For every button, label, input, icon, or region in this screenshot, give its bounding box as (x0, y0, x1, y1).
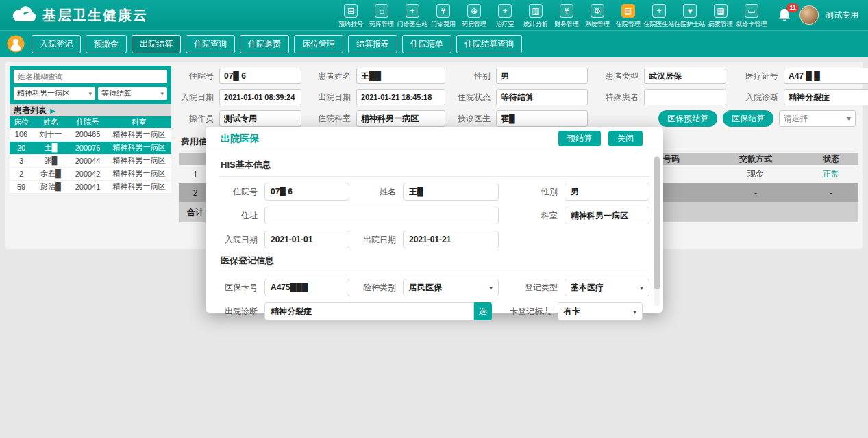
admit-date-input[interactable] (219, 89, 301, 105)
chevron-down-icon: ▾ (160, 90, 164, 97)
nav-item-finance-management[interactable]: ¥财务管理 (551, 2, 582, 29)
special-patient-input[interactable] (644, 89, 726, 105)
insurance-type-select[interactable]: 居民医保 ▾ (403, 279, 499, 296)
nav-item-outpatient-doctor-station[interactable]: +门诊医生站 (397, 2, 427, 29)
doctor-label: 接诊医生 (452, 113, 491, 125)
modal-admission-no-input[interactable] (264, 183, 349, 201)
modal-scrollbar[interactable] (654, 155, 660, 306)
tab-inpatient-settlement-query[interactable]: 住院结算查询 (456, 35, 522, 53)
tab-bed-management[interactable]: 床位管理 (294, 35, 343, 53)
nav-item-visit-card-management[interactable]: ▭就诊卡管理 (736, 2, 767, 29)
operator-input[interactable] (219, 110, 301, 127)
ward-filter-value: 精神科男一病区 (17, 88, 70, 99)
nav-item-label: 系统管理 (585, 20, 610, 29)
patient-name-search-input[interactable] (14, 70, 167, 83)
doctor-input[interactable] (496, 110, 588, 127)
gender-input[interactable] (496, 68, 588, 84)
modal-dept-input[interactable] (565, 207, 649, 224)
tab-inpatient-query[interactable]: 住院查询 (186, 35, 235, 53)
scrollbar-thumb[interactable] (654, 157, 660, 289)
col-status: 状态 (804, 153, 858, 165)
nav-item-appointment-registration[interactable]: ⊞预约挂号 (336, 2, 366, 29)
modal-gender-input[interactable] (565, 183, 649, 201)
nav-item-medical-records[interactable]: ▦病案管理 (706, 2, 736, 29)
pharmacy-management-icon: ⊕ (467, 4, 481, 18)
modal-row-1: 住院号 姓名 性别 (219, 183, 649, 201)
nav-item-treatment-room[interactable]: +治疗室 (490, 2, 520, 29)
modal-discharge-date-input[interactable] (403, 231, 499, 248)
nav-item-inpatient-nurse-station[interactable]: ♥住院护士站 (675, 2, 705, 29)
patient-row[interactable]: 20王█200076精神科男一病区 (10, 141, 171, 154)
nav-item-system-management[interactable]: ⚙系统管理 (582, 2, 612, 29)
outpatient-fees-icon: ¥ (436, 4, 450, 18)
insurance-settle-button[interactable]: 医保结算 (723, 110, 773, 127)
main-navigation: ⊞预约挂号⌂药库管理+门诊医生站¥门诊费用⊕药房管理+治疗室▥统计分析¥财务管理… (336, 2, 767, 29)
presettle-button[interactable]: 预结算 (558, 131, 601, 146)
tab-inpatient-refund[interactable]: 住院退费 (240, 35, 289, 53)
chevron-down-icon: ▾ (640, 284, 643, 292)
modal-admit-date-input[interactable] (264, 231, 349, 248)
screen: 基层卫生健康云 ⊞预约挂号⌂药库管理+门诊医生站¥门诊费用⊕药房管理+治疗室▥统… (0, 0, 868, 438)
patient-name-input[interactable] (356, 68, 445, 84)
notification-bell-icon[interactable]: 11 (778, 8, 793, 23)
form-row-3: 操作员 住院科室 接诊医生 医保预结算 医保结算 请选择 ▾ (179, 110, 858, 127)
modal-header: 出院医保 预结算 关闭 (206, 127, 663, 151)
insurance-presettle-button[interactable]: 医保预结算 (658, 110, 717, 127)
discharge-date-input[interactable] (356, 89, 445, 105)
patient-type-label: 患者类型 (595, 70, 638, 82)
modal-admit-date-label: 入院日期 (219, 234, 258, 246)
nav-item-inpatient-doctor-station[interactable]: +住院医生站 (644, 2, 674, 29)
medical-cert-no-input[interactable] (784, 68, 868, 84)
card-flag-value: 有卡 (564, 306, 580, 318)
diagnosis-pick-button[interactable]: 选 (474, 302, 492, 320)
modal-address-input[interactable] (264, 207, 499, 224)
patient-row[interactable]: 59彭治█200041精神科男一病区 (10, 180, 171, 193)
status-filter-select[interactable]: 等待结算 ▾ (98, 87, 167, 100)
discharge-diagnosis-input[interactable] (264, 302, 474, 320)
nav-item-statistics-analysis[interactable]: ▥统计分析 (521, 2, 551, 29)
visit-card-management-icon: ▭ (745, 4, 758, 18)
status-input[interactable] (496, 89, 588, 105)
admission-no-label: 住院号 (179, 70, 214, 82)
patient-table-header: 床位 姓名 住院号 科室 (10, 116, 171, 128)
nav-item-label: 药房管理 (462, 20, 486, 29)
ward-filter-select[interactable]: 精神科男一病区 ▾ (14, 87, 95, 100)
admission-no-input[interactable] (219, 68, 301, 84)
modal-name-input[interactable] (403, 183, 499, 201)
patient-row[interactable]: 106刘十一200465精神科男一病区 (10, 128, 171, 141)
patient-row[interactable]: 2余胜█200042精神科男一病区 (10, 167, 171, 180)
tab-settlement-report[interactable]: 结算报表 (348, 35, 397, 53)
patient-row[interactable]: 3张█200044精神科男一病区 (10, 154, 171, 167)
tab-admission-registration[interactable]: 入院登记 (32, 35, 81, 53)
his-section-title: HIS基本信息 (219, 153, 649, 177)
play-arrow-icon[interactable]: ▶ (50, 107, 55, 114)
close-button[interactable]: 关闭 (608, 131, 643, 146)
tab-inpatient-list[interactable]: 住院清单 (402, 35, 451, 53)
nav-item-inpatient-management[interactable]: ▤住院管理 (613, 2, 643, 29)
chevron-down-icon: ▾ (89, 90, 92, 97)
nav-item-pharmacy-management[interactable]: ⊕药房管理 (459, 2, 489, 29)
nav-item-outpatient-fees[interactable]: ¥门诊费用 (428, 2, 458, 29)
patient-type-input[interactable] (644, 68, 726, 84)
nav-item-label: 门诊医生站 (397, 20, 428, 29)
card-flag-select[interactable]: 有卡 ▾ (558, 302, 643, 320)
patient-list-title: 患者列表 ▶ (10, 104, 171, 116)
insurance-card-no-input[interactable] (264, 279, 349, 296)
outpatient-doctor-station-icon: + (406, 4, 419, 18)
ward-label: 住院科室 (308, 113, 351, 125)
tab-discharge-settlement[interactable]: 出院结算 (132, 35, 181, 53)
user-avatar[interactable] (799, 5, 819, 25)
modal-gender-label: 性别 (510, 186, 558, 198)
admit-diagnosis-input[interactable] (784, 89, 868, 105)
settlement-actions: 医保预结算 医保结算 请选择 ▾ (658, 110, 858, 127)
discharge-diagnosis-group: 选 (264, 302, 492, 320)
register-type-select[interactable]: 基本医疗 ▾ (565, 279, 649, 296)
settlement-option-select[interactable]: 请选择 ▾ (779, 110, 856, 127)
modal-row-5: 出院诊断 选 卡登记标志 有卡 ▾ (219, 302, 649, 320)
nav-item-pharmacy-warehouse[interactable]: ⌂药库管理 (367, 2, 397, 29)
tab-prepayment[interactable]: 预缴金 (86, 35, 127, 53)
nav-item-label: 统计分析 (523, 20, 548, 29)
modal-row-2: 住址 科室 (219, 207, 649, 224)
operator-icon (7, 35, 25, 53)
ward-input[interactable] (356, 110, 445, 127)
